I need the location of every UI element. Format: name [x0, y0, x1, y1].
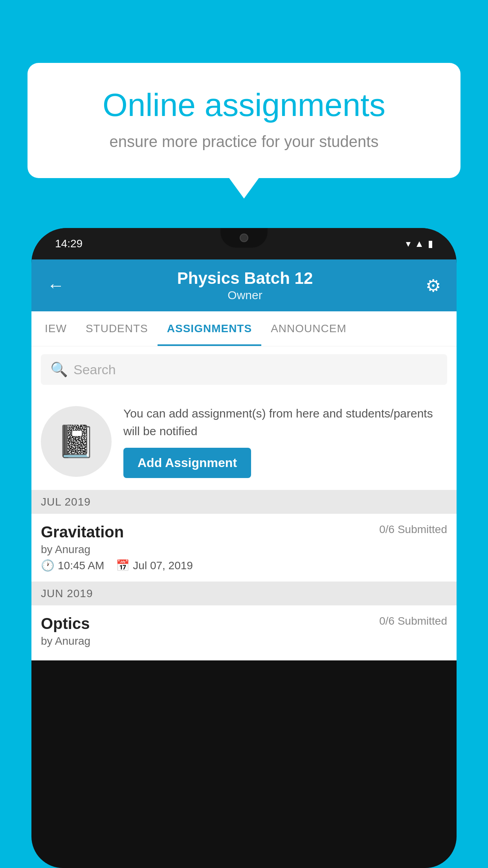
add-assignment-promo: 📓 You can add assignment(s) from here an… [31, 393, 457, 490]
assignment-gravitation-by: by Anurag [41, 543, 447, 556]
tab-announcements-label: ANNOUNCEM [271, 322, 347, 335]
status-bar: 14:29 ▾ ▲ ▮ [31, 228, 457, 259]
tab-assignments-label: ASSIGNMENTS [167, 322, 252, 335]
speech-bubble: Online assignments ensure more practice … [28, 63, 460, 178]
signal-icon: ▲ [415, 238, 424, 249]
speech-bubble-title: Online assignments [55, 86, 433, 123]
assignment-optics-name: Optics [41, 615, 90, 633]
batch-title: Physics Batch 12 [64, 269, 426, 288]
tab-announcements[interactable]: ANNOUNCEM [261, 311, 356, 346]
promo-icon-circle: 📓 [41, 406, 112, 477]
section-jul-2019: JUL 2019 [31, 490, 457, 514]
status-time: 14:29 [55, 237, 83, 250]
assignment-optics-by: by Anurag [41, 635, 447, 647]
add-assignment-button[interactable]: Add Assignment [123, 448, 251, 478]
assignment-gravitation-submitted: 0/6 Submitted [379, 523, 447, 536]
batch-subtitle: Owner [64, 289, 426, 302]
speech-bubble-container: Online assignments ensure more practice … [28, 63, 460, 178]
battery-icon: ▮ [428, 238, 433, 249]
back-button[interactable]: ← [47, 276, 64, 295]
phone-camera [240, 234, 248, 242]
search-bar[interactable]: 🔍 Search [41, 354, 447, 385]
header-title-area: Physics Batch 12 Owner [64, 269, 426, 302]
wifi-icon: ▾ [406, 238, 411, 249]
assignment-gravitation-name: Gravitation [41, 523, 124, 541]
search-bar-container: 🔍 Search [31, 346, 457, 393]
section-jul-label: JUL 2019 [41, 496, 91, 508]
meta-date: 📅 Jul 07, 2019 [116, 559, 193, 572]
tab-students-label: STUDENTS [86, 322, 148, 335]
tab-iew[interactable]: IEW [35, 311, 76, 346]
tab-iew-label: IEW [45, 322, 67, 335]
phone-notch [220, 228, 268, 248]
meta-time: 🕐 10:45 AM [41, 559, 104, 572]
status-icons: ▾ ▲ ▮ [406, 238, 433, 249]
assignment-optics-submitted: 0/6 Submitted [379, 615, 447, 627]
notebook-icon: 📓 [57, 423, 96, 460]
app-header: ← Physics Batch 12 Owner ⚙ [31, 259, 457, 311]
assignment-gravitation-meta: 🕐 10:45 AM 📅 Jul 07, 2019 [41, 559, 447, 572]
gravitation-date: Jul 07, 2019 [133, 559, 193, 572]
phone-screen: 🔍 Search 📓 You can add assignment(s) fro… [31, 346, 457, 660]
assignment-optics[interactable]: Optics 0/6 Submitted by Anurag [31, 605, 457, 660]
promo-content: You can add assignment(s) from here and … [123, 405, 447, 478]
tab-students[interactable]: STUDENTS [76, 311, 158, 346]
tab-assignments[interactable]: ASSIGNMENTS [158, 311, 261, 346]
assignment-row1: Gravitation 0/6 Submitted [41, 523, 447, 541]
tabs-bar: IEW STUDENTS ASSIGNMENTS ANNOUNCEM [31, 311, 457, 346]
search-icon: 🔍 [50, 361, 68, 378]
settings-button[interactable]: ⚙ [426, 276, 441, 296]
phone-frame: 14:29 ▾ ▲ ▮ ← Physics Batch 12 Owner ⚙ I… [31, 228, 457, 868]
promo-text: You can add assignment(s) from here and … [123, 405, 447, 440]
assignment-gravitation[interactable]: Gravitation 0/6 Submitted by Anurag 🕐 10… [31, 514, 457, 582]
calendar-icon: 📅 [116, 559, 130, 572]
section-jun-2019: JUN 2019 [31, 582, 457, 605]
speech-bubble-subtitle: ensure more practice for your students [55, 133, 433, 151]
search-placeholder: Search [73, 362, 116, 377]
section-jun-label: JUN 2019 [41, 587, 93, 600]
gravitation-time: 10:45 AM [58, 559, 104, 572]
clock-icon: 🕐 [41, 559, 55, 572]
assignment-optics-row1: Optics 0/6 Submitted [41, 615, 447, 633]
